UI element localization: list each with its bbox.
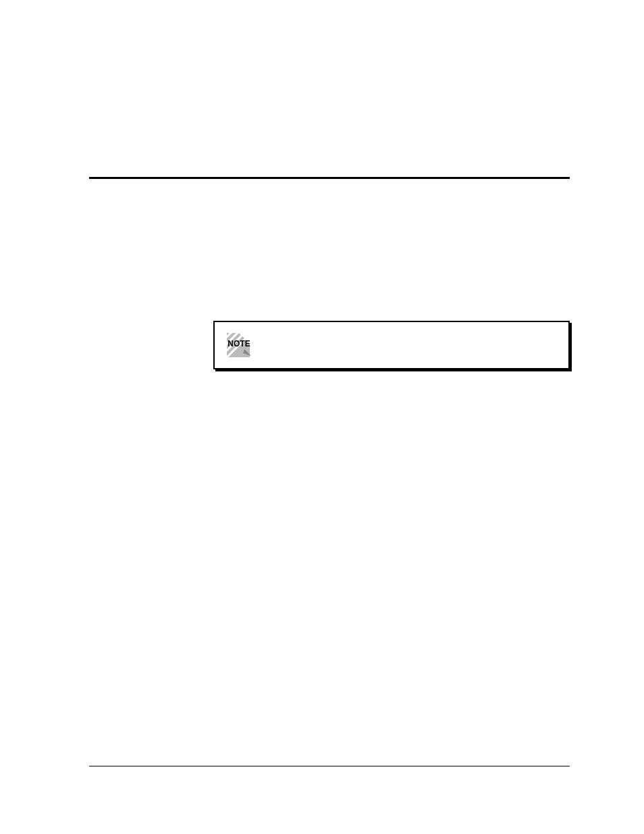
- note-callout: NOTE: [213, 321, 570, 369]
- note-label: NOTE: [227, 339, 250, 348]
- page: NOTE: [0, 0, 644, 834]
- note-icon: NOTE: [224, 330, 254, 360]
- footer-rule: [89, 766, 570, 766]
- header-rule: [89, 177, 570, 179]
